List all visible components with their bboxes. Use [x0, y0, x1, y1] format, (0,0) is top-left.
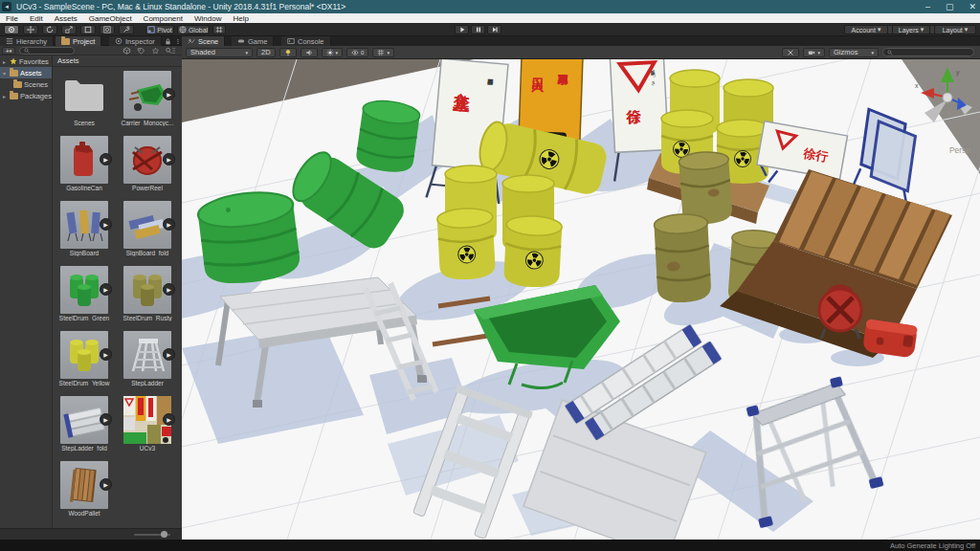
custom-tool-button[interactable] — [119, 25, 134, 34]
scene-lighting-toggle[interactable] — [279, 48, 297, 57]
global-toggle-button[interactable]: Global — [177, 25, 210, 34]
tree-item-favorites[interactable]: ▸ Favorites — [0, 55, 52, 67]
folder-open-icon — [10, 70, 18, 77]
tree-item-scenes[interactable]: Scenes — [0, 78, 52, 90]
asset-preview-arrow[interactable]: ▶ — [163, 153, 175, 165]
account-dropdown[interactable]: Account ▾ — [844, 25, 888, 34]
tree-item-packages[interactable]: ▸ Packages — [0, 90, 52, 101]
power-reel[interactable] — [818, 286, 862, 339]
asset-item-steeldrum-rusty[interactable]: ▶ SteelDrum_Rusty — [119, 266, 176, 321]
minimize-button[interactable]: – — [925, 2, 930, 11]
layers-dropdown[interactable]: Layers ▾ — [892, 25, 930, 34]
expand-caret-icon[interactable]: ▸ — [3, 58, 8, 65]
lighting-status[interactable]: Auto Generate Lighting Off — [890, 541, 975, 550]
pause-button[interactable] — [471, 25, 485, 34]
scene-grid-dropdown[interactable]: ▾ — [372, 48, 394, 57]
scene-effects-dropdown[interactable]: ▾ — [322, 48, 344, 57]
gizmos-dropdown[interactable]: Gizmos▾ — [829, 48, 879, 57]
layout-dropdown[interactable]: Layout ▾ — [934, 25, 976, 34]
type-filter-icon[interactable] — [137, 47, 145, 55]
rotate-tool-button[interactable] — [42, 25, 57, 34]
asset-item-stepladder[interactable]: ▶ StepLadder — [119, 331, 176, 386]
tools-icon — [787, 49, 794, 56]
hand-tool-button[interactable] — [4, 25, 19, 34]
asset-preview-arrow[interactable]: ▶ — [163, 413, 175, 426]
gizmo-persp-label[interactable]: Persp — [949, 145, 970, 155]
asset-item-steeldrum-green[interactable]: ▶ SteelDrum_Green — [56, 266, 113, 321]
asset-preview-arrow[interactable]: ▶ — [100, 413, 112, 426]
move-tool-button[interactable] — [23, 25, 38, 34]
tab-project[interactable]: Project — [56, 36, 101, 46]
radiation-symbol-icon — [735, 151, 751, 167]
menu-help[interactable]: Help — [227, 14, 254, 23]
rect-tool-button[interactable] — [80, 25, 96, 34]
snap-button[interactable] — [212, 25, 226, 34]
tab-console[interactable]: Console — [281, 36, 331, 46]
asset-preview-arrow[interactable]: ▶ — [163, 218, 175, 231]
camera-dropdown[interactable]: ▾ — [803, 48, 825, 57]
shading-mode-dropdown[interactable]: Shaded▾ — [186, 48, 253, 57]
play-button[interactable] — [455, 25, 469, 34]
favorite-search-icon[interactable] — [165, 47, 176, 55]
asset-preview-arrow[interactable]: ▶ — [100, 218, 112, 231]
step-button[interactable] — [487, 25, 501, 34]
asset-preview-arrow[interactable]: ▶ — [100, 478, 112, 491]
create-asset-button[interactable]: +▾ — [2, 47, 15, 55]
tab-game[interactable]: Game — [232, 36, 274, 46]
menu-component[interactable]: Component — [138, 14, 189, 23]
scale-tool-button[interactable] — [61, 25, 77, 34]
lock-icon[interactable] — [165, 38, 171, 45]
scene-visibility-toggle[interactable]: 0 — [346, 48, 368, 57]
asset-item-signboard[interactable]: ▶ SignBoard — [56, 201, 113, 256]
asset-item-ucv3[interactable]: ▶ UCv3 — [119, 396, 176, 452]
rusty-barrel-left[interactable] — [654, 213, 712, 304]
project-search-input[interactable] — [19, 47, 75, 55]
asset-preview-arrow[interactable]: ▶ — [163, 283, 175, 296]
editor-tools-button[interactable] — [782, 48, 799, 57]
green-barrel-standing-large[interactable] — [196, 187, 302, 287]
collapse-caret-icon[interactable]: ▾ — [3, 70, 8, 77]
asset-item-steeldrum-yellow[interactable]: ▶ SteelDrum_Yellow — [56, 331, 113, 386]
tab-inspector[interactable]: Inspector — [109, 36, 162, 46]
title-bar: ◂ UCv3 - SampleScene - PC, Mac & Linux S… — [0, 0, 980, 13]
thumbnail-size-slider[interactable] — [134, 534, 170, 536]
menu-assets[interactable]: Assets — [49, 14, 83, 23]
menu-edit[interactable]: Edit — [24, 14, 49, 23]
yellow-barrel-front-left[interactable] — [436, 208, 496, 281]
asset-item-powerreel[interactable]: ▶ PowerReel — [119, 136, 176, 191]
tab-scene[interactable]: Scene — [182, 36, 225, 46]
asset-preview-arrow[interactable]: ▶ — [100, 283, 112, 296]
asset-item-signboard-fold[interactable]: ▶ SignBoard_fold — [119, 201, 176, 256]
asset-item-gasolinecan[interactable]: ▶ GasolineCan — [56, 136, 113, 191]
expand-caret-icon[interactable]: ▸ — [3, 93, 8, 99]
panel-menu-icon[interactable] — [175, 38, 181, 45]
transform-tool-button[interactable] — [100, 25, 115, 34]
asset-item-stepladder-fold[interactable]: ▶ StepLadder_fold — [56, 396, 113, 452]
asset-item-woodpallet[interactable]: ▶ WoodPallet — [56, 461, 113, 517]
slider-handle[interactable] — [161, 531, 167, 538]
maximize-button[interactable]: ▢ — [946, 2, 954, 11]
asset-item-scenes-folder[interactable]: Scenes — [56, 71, 113, 126]
menu-file[interactable]: File — [0, 14, 24, 23]
asset-preview-arrow[interactable]: ▶ — [163, 88, 175, 100]
scene-audio-toggle[interactable] — [301, 48, 318, 57]
close-button[interactable]: ✕ — [969, 2, 976, 11]
asset-preview-arrow[interactable]: ▶ — [163, 348, 175, 361]
asset-preview-arrow[interactable]: ▶ — [100, 348, 112, 361]
scene-viewport[interactable]: 立入禁止 工事関係者以外 工事用車両 出入口 徐行 工事中につき — [182, 59, 980, 540]
pivot-toggle-button[interactable]: Pivot — [145, 25, 174, 34]
label-filter-icon[interactable] — [151, 47, 160, 55]
menu-gameobject[interactable]: GameObject — [83, 14, 138, 23]
menu-window[interactable]: Window — [189, 14, 227, 23]
green-barrel-standing-small[interactable] — [355, 98, 422, 175]
tree-item-assets[interactable]: ▾ Assets — [0, 67, 52, 78]
package-filter-icon[interactable] — [122, 47, 131, 55]
asset-preview-arrow[interactable]: ▶ — [100, 153, 112, 165]
scene-search-input[interactable] — [882, 48, 974, 56]
gizmo-center[interactable] — [943, 93, 952, 102]
2d-toggle-button[interactable]: 2D — [256, 48, 276, 57]
scene-tab-row: Scene Game Console — [182, 36, 980, 46]
asset-item-carrier[interactable]: ▶ Carrier_Monocyc... — [119, 71, 176, 126]
tab-hierarchy[interactable]: Hierarchy — [0, 36, 54, 46]
yellow-barrel-front-right[interactable] — [503, 215, 563, 289]
